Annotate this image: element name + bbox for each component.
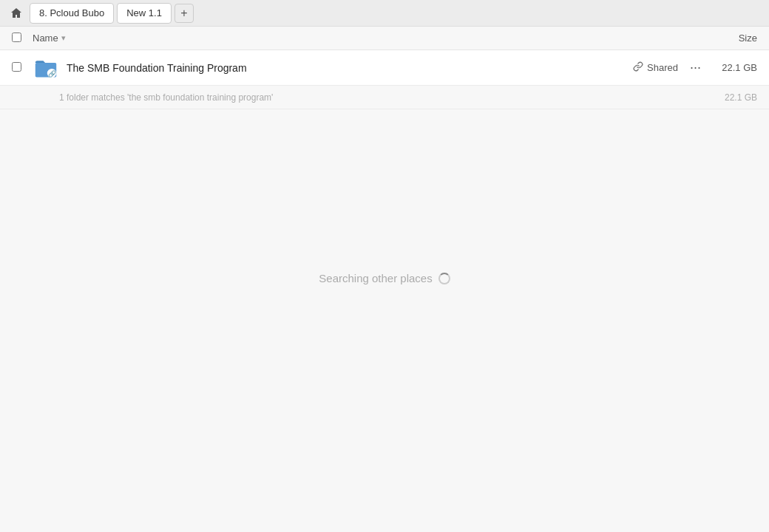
tab-label: 8. Pcloud Bubo: [39, 7, 104, 18]
file-icon: 🔗: [33, 55, 59, 81]
file-row[interactable]: 🔗 The SMB Foundation Training Program Sh…: [0, 50, 769, 86]
file-size: 22.1 GB: [713, 62, 757, 73]
svg-text:🔗: 🔗: [48, 69, 57, 78]
column-header: Name ▾ Size: [0, 27, 769, 50]
size-column-label: Size: [739, 33, 757, 44]
file-actions: Shared ··· 22.1 GB: [633, 58, 757, 77]
more-options-button[interactable]: ···: [687, 58, 704, 77]
home-button[interactable]: [6, 3, 27, 24]
more-dots-icon: ···: [690, 60, 701, 75]
loading-spinner: [438, 273, 450, 284]
home-icon: [10, 7, 22, 19]
link-icon: [633, 61, 643, 74]
select-all-input[interactable]: [12, 33, 21, 42]
shared-badge: Shared: [633, 61, 678, 74]
select-all-checkbox[interactable]: [12, 32, 27, 45]
tab-label: New 1.1: [126, 7, 162, 18]
tab-pcloud-bubo[interactable]: 8. Pcloud Bubo: [30, 3, 114, 24]
name-column-label: Name: [33, 33, 58, 44]
sort-icon: ▾: [61, 33, 66, 43]
shared-label: Shared: [647, 62, 678, 73]
searching-section: Searching other places: [0, 272, 769, 284]
row-checkbox-input[interactable]: [12, 62, 21, 72]
tab-new-1-1[interactable]: New 1.1: [117, 3, 172, 24]
match-info-row: 1 folder matches 'the smb foundation tra…: [0, 86, 769, 109]
top-bar: 8. Pcloud Bubo New 1.1 +: [0, 0, 769, 27]
match-size: 22.1 GB: [713, 92, 757, 103]
match-text: 1 folder matches 'the smb foundation tra…: [59, 92, 713, 103]
add-tab-icon: +: [180, 7, 187, 19]
add-tab-button[interactable]: +: [175, 4, 194, 23]
row-checkbox[interactable]: [12, 61, 27, 75]
size-column-header[interactable]: Size: [739, 33, 757, 44]
name-column-header[interactable]: Name ▾: [33, 33, 66, 44]
searching-text: Searching other places: [319, 272, 432, 284]
folder-link-icon: 🔗: [34, 56, 58, 80]
file-name: The SMB Foundation Training Program: [67, 62, 633, 74]
